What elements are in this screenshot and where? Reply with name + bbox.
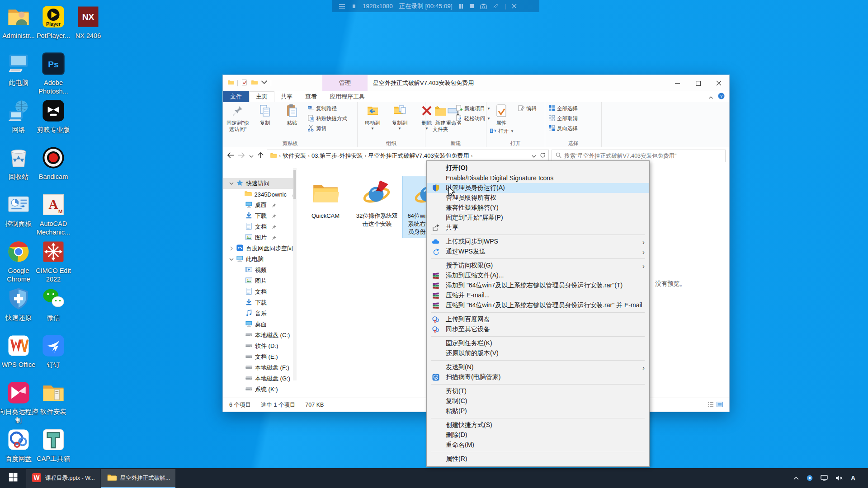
sidebar-item-本地磁盘 (C:)[interactable]: 本地磁盘 (C:) [223, 330, 297, 341]
desktop-shortcut[interactable]: 钉钉 [32, 333, 75, 369]
desktop-shortcut[interactable]: NXNX 2406 [66, 5, 110, 40]
tab-查看[interactable]: 查看 [299, 91, 323, 102]
ribbon-button[interactable]: 剪切 [306, 123, 349, 133]
sidebar-item-音乐[interactable]: 音乐 [223, 308, 297, 319]
sidebar-item-2345Downlc[interactable]: 2345Downlc [223, 189, 297, 200]
forward-button[interactable] [238, 152, 245, 160]
start-button[interactable] [0, 468, 26, 488]
ribbon-button[interactable]: 复制到▼ [387, 103, 413, 131]
menu-item[interactable]: 固定到"开始"屏幕(P) [427, 213, 649, 223]
menu-item[interactable]: 上传或同步到WPS› [427, 237, 649, 247]
menu-item[interactable]: 添加到压缩文件(A)... [427, 271, 649, 281]
menu-item[interactable]: 删除(D) [427, 430, 649, 440]
properties-icon[interactable] [241, 79, 248, 88]
desktop-shortcut[interactable]: CAP工具箱 [32, 427, 75, 463]
folder-icon[interactable] [227, 79, 234, 88]
tab-应用程序工具[interactable]: 应用程序工具 [323, 91, 371, 102]
menu-item[interactable]: Enable/Disable Digital Signature Icons [427, 173, 649, 183]
menu-item[interactable]: 扫描病毒(电脑管家) [427, 372, 649, 382]
sidebar-item-视频[interactable]: 视频 [223, 265, 297, 276]
refresh-icon[interactable] [540, 152, 546, 160]
maximize-button[interactable] [688, 75, 708, 91]
desktop-shortcut[interactable]: Bandicam [32, 145, 75, 181]
sidebar-item-快速访问[interactable]: 快速访问 [223, 178, 297, 189]
ribbon-button[interactable]: 反向选择 [547, 123, 579, 133]
menu-item[interactable]: 创建快捷方式(S) [427, 420, 649, 430]
nav-scrollbar[interactable] [293, 168, 297, 380]
ribbon-button[interactable]: 新建 文件夹 [427, 103, 453, 132]
customize-toolbar-icon[interactable] [261, 79, 268, 88]
collapse-ribbon-icon[interactable] [708, 94, 713, 100]
menu-item[interactable]: 属性(R) [427, 454, 649, 464]
close-icon[interactable] [512, 4, 517, 9]
minimize-button[interactable] [667, 75, 688, 91]
menu-item[interactable]: 上传到百度网盘 [427, 314, 649, 324]
menu-item[interactable]: 管理员取得所有权 [427, 193, 649, 203]
sidebar-item-文档[interactable]: 文档 [223, 286, 297, 297]
address-dropdown-icon[interactable] [532, 153, 536, 160]
file-item[interactable]: 32位操作系统双 击这个安装 [351, 176, 403, 238]
sidebar-item-百度网盘同步空间[interactable]: 百度网盘同步空间 [223, 243, 297, 254]
breadcrumb-segment[interactable]: 软件安装 [283, 152, 306, 160]
pencil-icon[interactable] [493, 3, 499, 9]
file-item[interactable]: QuickCAM [300, 176, 351, 238]
tree-chevron-icon[interactable] [229, 258, 234, 261]
tab-文件[interactable]: 文件 [223, 91, 249, 102]
menu-item[interactable]: 以管理员身份运行(A) [427, 183, 649, 193]
stop-icon[interactable] [469, 4, 474, 9]
ribbon-button[interactable]: 复制 [252, 103, 278, 127]
ribbon-button[interactable]: 编辑 [516, 103, 538, 113]
menu-item[interactable]: 压缩到 "64位win7及以上系统右键以管理员身份运行安装.rar" 并 E-m… [427, 300, 649, 310]
up-button[interactable] [257, 152, 264, 160]
menu-item[interactable]: 粘贴(P) [427, 406, 649, 416]
breadcrumb-segment[interactable]: 03.第三步-外挂安装 [311, 152, 363, 160]
camera-icon[interactable] [480, 4, 487, 9]
sidebar-item-下载[interactable]: 下载 [223, 211, 297, 221]
tab-主页[interactable]: 主页 [249, 91, 274, 102]
sidebar-item-系统 (K:)[interactable]: 系统 (K:) [223, 384, 297, 395]
sidebar-item-桌面[interactable]: 桌面 [223, 200, 297, 211]
thumbnail-view-button[interactable] [717, 402, 723, 408]
desktop-shortcut[interactable]: 软件安装 [32, 380, 75, 416]
recent-locations-icon[interactable] [249, 152, 254, 160]
sidebar-item-文档[interactable]: 文档 [223, 221, 297, 232]
sidebar-item-软件 (D:)[interactable]: 软件 (D:) [223, 341, 297, 352]
menu-item[interactable]: 固定到任务栏(K) [427, 338, 649, 348]
new-folder-icon[interactable] [251, 79, 258, 88]
desktop-shortcut[interactable]: 剪映专业版 [32, 99, 75, 134]
back-button[interactable] [226, 152, 234, 160]
ribbon-button[interactable]: 粘贴快捷方式 [306, 113, 349, 123]
ribbon-button[interactable]: 固定到"快 速访问" [225, 103, 251, 132]
sidebar-item-桌面[interactable]: 桌面 [223, 319, 297, 330]
desktop-shortcut[interactable]: PsAdobe Photosh... [32, 52, 75, 96]
input-method-indicator[interactable]: A [851, 474, 855, 482]
sidebar-item-文档 (E:)[interactable]: 文档 (E:) [223, 352, 297, 362]
sidebar-item-本地磁盘 (F:)[interactable]: 本地磁盘 (F:) [223, 362, 297, 373]
menu-item[interactable]: 兼容性疑难解答(Y) [427, 203, 649, 213]
sidebar-item-图片[interactable]: 图片 [223, 276, 297, 286]
breadcrumb-segment[interactable]: 星空外挂正式破解V7.403安装包免费用 [368, 152, 469, 160]
menu-icon[interactable] [339, 4, 345, 9]
tray-blue-icon[interactable] [807, 475, 813, 481]
desktop-shortcut[interactable]: 微信 [32, 286, 75, 322]
menu-item[interactable]: 打开(O) [427, 163, 649, 173]
taskbar-button[interactable]: W课程目录.pptx - W... [26, 469, 100, 488]
ribbon-button[interactable]: 打开▼ [488, 127, 515, 136]
ribbon-button[interactable]: W..复制路径 [306, 103, 349, 113]
sidebar-item-图片[interactable]: 图片 [223, 232, 297, 243]
close-button[interactable] [708, 75, 729, 91]
ribbon-button[interactable]: 全部选择 [547, 103, 579, 113]
ribbon-button[interactable]: 全部取消 [547, 113, 579, 123]
sidebar-item-本地磁盘 (G:)[interactable]: 本地磁盘 (G:) [223, 373, 297, 384]
ribbon-button[interactable]: 粘贴 [279, 103, 305, 127]
tray-up-icon[interactable] [793, 476, 799, 480]
menu-item[interactable]: 发送到(N)› [427, 362, 649, 372]
tree-chevron-icon[interactable] [229, 246, 234, 251]
menu-item[interactable]: 通过WPS发送› [427, 247, 649, 257]
desktop-shortcut[interactable]: AMAutoCAD Mechanic... [32, 192, 75, 237]
menu-item[interactable]: 共享 [427, 223, 649, 233]
sidebar-item-此电脑[interactable]: 此电脑 [223, 254, 297, 265]
taskbar-button[interactable]: 星空外挂正式破解... [101, 469, 175, 488]
tray-volume-muted-icon[interactable] [835, 475, 843, 481]
tray-display-icon[interactable] [821, 475, 828, 481]
